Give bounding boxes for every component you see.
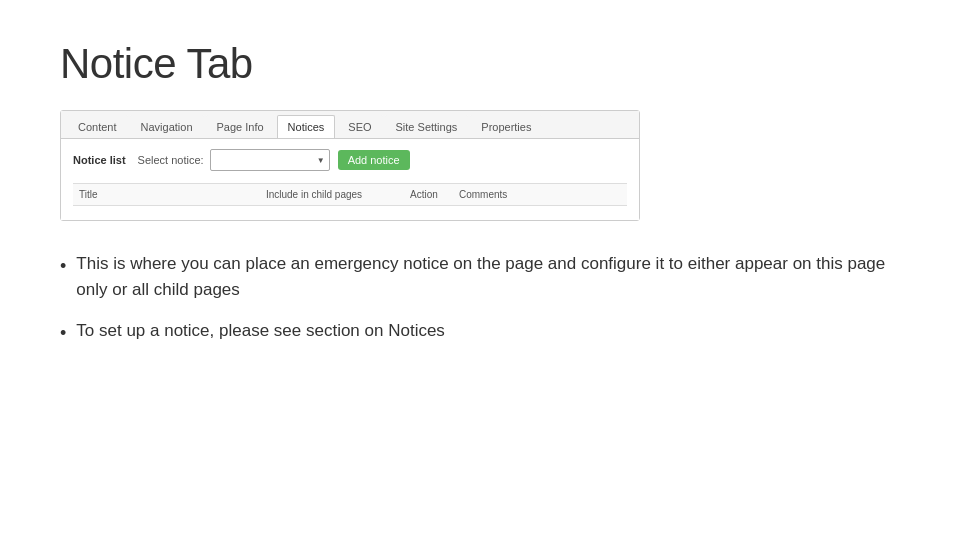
notice-list-label: Notice list <box>73 154 126 166</box>
bullet-text-2: To set up a notice, please see section o… <box>76 318 445 344</box>
bullet-dot-1: • <box>60 253 66 280</box>
bullets-section: • This is where you can place an emergen… <box>60 251 900 347</box>
col-header-action: Action <box>389 189 459 200</box>
col-header-title: Title <box>79 189 239 200</box>
col-header-comments: Comments <box>459 189 621 200</box>
bullet-text-1: This is where you can place an emergency… <box>76 251 900 302</box>
notice-list-row: Notice list Select notice: ▼ Add notice <box>73 149 627 171</box>
select-notice-label: Select notice: <box>138 154 204 166</box>
table-header-row: Title Include in child pages Action Comm… <box>73 183 627 206</box>
tab-navigation[interactable]: Navigation <box>130 115 204 138</box>
tab-site-settings[interactable]: Site Settings <box>385 115 469 138</box>
add-notice-button[interactable]: Add notice <box>338 150 410 170</box>
bullet-dot-2: • <box>60 320 66 347</box>
bullet-item-2: • To set up a notice, please see section… <box>60 318 900 347</box>
col-header-include: Include in child pages <box>239 189 389 200</box>
select-notice-dropdown[interactable]: ▼ <box>210 149 330 171</box>
tab-properties[interactable]: Properties <box>470 115 542 138</box>
tab-page-info[interactable]: Page Info <box>206 115 275 138</box>
mockup-body: Notice list Select notice: ▼ Add notice … <box>61 139 639 220</box>
tabs-row: Content Navigation Page Info Notices SEO… <box>61 111 639 139</box>
tab-notices[interactable]: Notices <box>277 115 336 138</box>
page-title: Notice Tab <box>60 40 900 88</box>
dropdown-arrow-icon: ▼ <box>317 156 325 165</box>
ui-mockup: Content Navigation Page Info Notices SEO… <box>60 110 640 221</box>
tab-content[interactable]: Content <box>67 115 128 138</box>
page-container: Notice Tab Content Navigation Page Info … <box>0 0 960 540</box>
tab-seo[interactable]: SEO <box>337 115 382 138</box>
bullet-item-1: • This is where you can place an emergen… <box>60 251 900 302</box>
